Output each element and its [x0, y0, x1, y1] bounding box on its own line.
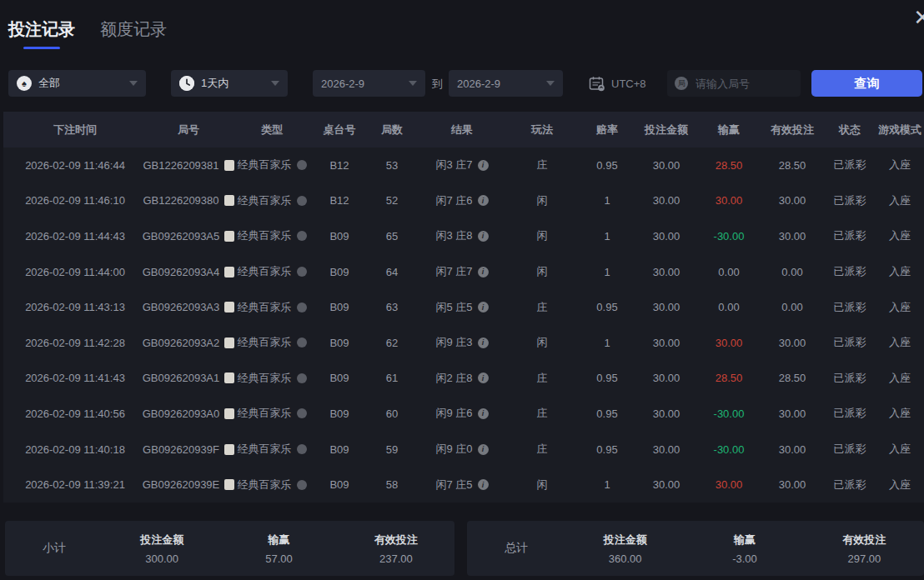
tab-bet-records[interactable]: 投注记录 — [8, 18, 75, 49]
game-type: 经典百家乐 — [238, 228, 292, 243]
game-type: 经典百家乐 — [238, 264, 292, 279]
valid-bet: 30.00 — [761, 194, 824, 207]
copy-icon[interactable] — [224, 479, 234, 490]
subtotal-bet-value: 300.00 — [103, 552, 220, 565]
table-row[interactable]: 2026-02-09 11:46:10 GB1226209380 经典百家乐 B… — [3, 183, 924, 219]
info-icon[interactable]: i — [478, 372, 489, 383]
total-win-col: 输赢 -3.00 — [685, 532, 804, 565]
table-row[interactable]: 2026-02-09 11:46:44 GB1226209381 经典百家乐 B… — [3, 148, 924, 183]
table-row[interactable]: 2026-02-09 11:43:13 GB09262093A3 经典百家乐 B… — [3, 289, 924, 325]
round-number-icon: 局 — [675, 77, 688, 90]
bet-time: 2026-02-09 11:44:43 — [3, 230, 147, 242]
copy-icon[interactable] — [224, 444, 234, 455]
copy-icon[interactable] — [224, 302, 234, 312]
table-number: B12 — [314, 159, 365, 172]
result-cell: 闲9 庄6 i — [419, 406, 505, 421]
info-icon[interactable]: i — [478, 231, 489, 242]
close-icon[interactable]: ✕ — [913, 7, 924, 28]
round-id-cell: GB09262093A3 — [147, 301, 230, 313]
info-icon[interactable]: i — [478, 479, 489, 490]
round-id-cell: GB092620939F — [147, 443, 230, 456]
info-icon[interactable]: i — [478, 267, 489, 278]
result-cell: 闲7 庄6 i — [419, 193, 505, 208]
play-type: 闲 — [505, 335, 579, 350]
bet-time: 2026-02-09 11:41:43 — [3, 372, 147, 384]
table-number: B12 — [314, 194, 365, 207]
bet-amount: 30.00 — [635, 301, 697, 313]
status-badge: 已派彩 — [824, 371, 876, 386]
info-icon[interactable]: i — [478, 444, 489, 455]
chevron-down-icon — [129, 81, 138, 86]
copy-icon[interactable] — [224, 231, 234, 242]
info-icon[interactable]: i — [478, 338, 489, 348]
play-type: 闲 — [505, 193, 579, 208]
filter-bar: ♠ 全部 1天内 2026-2-9 到 2026-2-9 — [0, 70, 924, 97]
result-value: 闲7 庄6 — [435, 193, 472, 208]
valid-bet: 30.00 — [761, 337, 824, 349]
odds: 1 — [579, 337, 635, 349]
status-badge: 已派彩 — [824, 228, 876, 243]
timezone-group[interactable]: UTC+8 — [589, 76, 646, 92]
game-type-value: 全部 — [38, 76, 60, 91]
info-icon[interactable]: i — [478, 408, 489, 419]
info-icon[interactable]: i — [478, 160, 489, 171]
bet-amount: 30.00 — [635, 159, 697, 172]
info-icon[interactable]: i — [478, 195, 489, 206]
game-mode: 入座 — [876, 478, 924, 492]
win-loss: 0.00 — [697, 301, 761, 313]
to-label: 到 — [432, 77, 443, 92]
win-loss: 28.50 — [697, 159, 761, 172]
result-cell: 闲3 庄8 i — [419, 228, 505, 243]
spade-circle-icon: ♠ — [17, 76, 32, 91]
copy-icon[interactable] — [224, 267, 234, 278]
odds: 1 — [579, 478, 635, 491]
table-row[interactable]: 2026-02-09 11:42:28 GB09262093A2 经典百家乐 B… — [3, 325, 924, 361]
game-mode: 入座 — [876, 264, 924, 279]
query-button[interactable]: 查询 — [811, 70, 922, 97]
date-from-picker[interactable]: 2026-2-9 — [313, 70, 425, 97]
result-value: 闲9 庄6 — [435, 406, 472, 421]
valid-bet: 30.00 — [761, 230, 824, 242]
round-id-cell: GB09262093A5 — [147, 230, 230, 242]
time-range-dropdown[interactable]: 1天内 — [171, 70, 288, 97]
game-type-dropdown[interactable]: ♠ 全部 — [8, 70, 146, 97]
copy-icon[interactable] — [224, 195, 234, 206]
subtotal-win-col: 输赢 57.00 — [220, 532, 337, 565]
table-row[interactable]: 2026-02-09 11:39:21 GB092620939E 经典百家乐 B… — [3, 467, 924, 502]
round-number: 61 — [365, 372, 419, 384]
copy-icon[interactable] — [224, 160, 234, 171]
date-to-value: 2026-2-9 — [457, 78, 500, 90]
chevron-down-icon — [546, 81, 555, 86]
play-type: 闲 — [505, 228, 579, 243]
table-row[interactable]: 2026-02-09 11:40:56 GB09262093A0 经典百家乐 B… — [3, 396, 924, 432]
win-loss: 30.00 — [697, 194, 761, 207]
round-id-cell: GB09262093A1 — [147, 372, 230, 384]
table-row[interactable]: 2026-02-09 11:44:43 GB09262093A5 经典百家乐 B… — [3, 218, 924, 254]
status-badge: 已派彩 — [824, 442, 876, 457]
round-id-cell: GB1226209380 — [147, 194, 230, 207]
copy-icon[interactable] — [224, 372, 234, 383]
round-search-input[interactable] — [694, 77, 789, 91]
play-type: 闲 — [505, 264, 579, 279]
game-type: 经典百家乐 — [238, 371, 292, 386]
round-number: 64 — [365, 266, 419, 278]
game-type-dot-icon — [297, 196, 307, 206]
table-row[interactable]: 2026-02-09 11:40:18 GB092620939F 经典百家乐 B… — [3, 432, 924, 468]
copy-icon[interactable] — [224, 408, 234, 419]
info-icon[interactable]: i — [478, 302, 489, 312]
date-to-picker[interactable]: 2026-2-9 — [449, 70, 563, 97]
table-row[interactable]: 2026-02-09 11:44:00 GB09262093A4 经典百家乐 B… — [3, 254, 924, 290]
game-type-cell: 经典百家乐 — [230, 300, 314, 315]
round-id: GB09262093A0 — [143, 408, 220, 420]
copy-icon[interactable] — [224, 338, 234, 348]
bet-time: 2026-02-09 11:40:18 — [3, 443, 147, 456]
round-id-cell: GB092620939E — [147, 478, 230, 491]
total-valid-label: 有效投注 — [805, 532, 924, 548]
result-value: 闲7 庄7 — [435, 264, 472, 279]
result-value: 闲7 庄5 — [435, 478, 472, 492]
total-valid-value: 297.00 — [805, 552, 924, 565]
table-row[interactable]: 2026-02-09 11:41:43 GB09262093A1 经典百家乐 B… — [3, 361, 924, 397]
tab-quota-records[interactable]: 额度记录 — [100, 18, 167, 49]
result-cell: 闲7 庄5 i — [419, 478, 505, 492]
bet-time: 2026-02-09 11:46:10 — [3, 194, 147, 207]
